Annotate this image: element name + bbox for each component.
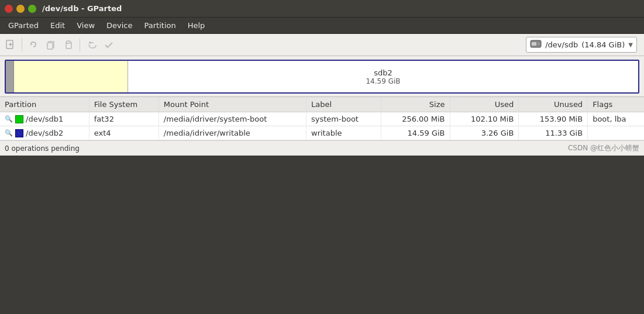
partition-table: Partition File System Mount Point Label … bbox=[0, 97, 644, 140]
cell-flags-sdb1: boot, lba bbox=[588, 112, 644, 126]
cell-unused-sdb1: 153.90 MiB bbox=[519, 112, 588, 126]
chevron-down-icon: ▼ bbox=[628, 42, 633, 48]
svg-rect-6 bbox=[67, 41, 70, 43]
table-body: 🔍 /dev/sdb1 fat32 /media/idriver/system-… bbox=[0, 112, 644, 140]
col-unused: Unused bbox=[519, 97, 588, 112]
copy-button[interactable] bbox=[43, 37, 59, 53]
close-button[interactable] bbox=[5, 5, 13, 13]
menu-view[interactable]: View bbox=[71, 19, 101, 32]
undo-action-button[interactable] bbox=[83, 37, 99, 53]
apply-icon bbox=[104, 40, 114, 50]
fs-color-sdb2 bbox=[15, 129, 23, 137]
cell-unused-sdb2: 11.33 GiB bbox=[519, 126, 588, 140]
watermark: CSDN @红色小小螃蟹 bbox=[568, 143, 639, 153]
device-size: (14.84 GiB) bbox=[581, 40, 625, 49]
disk-visual: sdb2 14.59 GiB bbox=[0, 56, 644, 97]
svg-rect-4 bbox=[47, 43, 53, 49]
col-size: Size bbox=[381, 97, 450, 112]
table-row[interactable]: 🔍 /dev/sdb1 fat32 /media/idriver/system-… bbox=[0, 112, 644, 126]
partition-table-container: Partition File System Mount Point Label … bbox=[0, 97, 644, 140]
cell-used-sdb2: 3.26 GiB bbox=[450, 126, 519, 140]
svg-rect-8 bbox=[532, 42, 536, 46]
cell-label-sdb2: writable bbox=[306, 126, 381, 140]
col-mountpoint: Mount Point bbox=[159, 97, 306, 112]
toolbar: /dev/sdb (14.84 GiB) ▼ bbox=[0, 34, 644, 56]
toolbar-right: /dev/sdb (14.84 GiB) ▼ bbox=[526, 37, 642, 53]
cell-flags-sdb2 bbox=[588, 126, 644, 140]
minimize-button[interactable] bbox=[16, 5, 25, 13]
menu-help[interactable]: Help bbox=[182, 19, 211, 32]
device-label: /dev/sdb bbox=[545, 40, 578, 49]
paste-icon bbox=[63, 40, 74, 50]
cell-size-sdb1: 256.00 MiB bbox=[381, 112, 450, 126]
cell-used-sdb1: 102.10 MiB bbox=[450, 112, 519, 126]
undo-icon bbox=[28, 40, 39, 50]
menu-bar: GParted Edit View Device Partition Help bbox=[0, 18, 644, 34]
table-row[interactable]: 🔍 /dev/sdb2 ext4 /media/idriver/writable… bbox=[0, 126, 644, 140]
cell-mount-sdb2: /media/idriver/writable bbox=[159, 126, 306, 140]
cell-size-sdb2: 14.59 GiB bbox=[381, 126, 450, 140]
undo-button[interactable] bbox=[25, 37, 42, 53]
col-partition: Partition bbox=[0, 97, 89, 112]
search-icon-sdb2: 🔍 bbox=[5, 129, 13, 137]
copy-icon bbox=[46, 40, 56, 50]
apply-button[interactable] bbox=[101, 37, 117, 53]
svg-point-9 bbox=[538, 43, 540, 45]
disk-sdb2-label: sdb2 bbox=[374, 68, 392, 77]
paste-button[interactable] bbox=[60, 37, 77, 53]
new-icon bbox=[5, 40, 16, 50]
menu-gparted[interactable]: GParted bbox=[2, 19, 44, 32]
disk-bar: sdb2 14.59 GiB bbox=[5, 60, 639, 94]
cell-partition-sdb1: 🔍 /dev/sdb1 bbox=[0, 112, 89, 126]
toolbar-sep-2 bbox=[80, 39, 80, 51]
cell-fs-sdb1: fat32 bbox=[89, 112, 159, 126]
window-title: /dev/sdb - GParted bbox=[42, 4, 122, 13]
device-icon bbox=[530, 39, 542, 50]
device-selector[interactable]: /dev/sdb (14.84 GiB) ▼ bbox=[526, 37, 637, 53]
window-controls bbox=[5, 5, 36, 13]
operations-pending: 0 operations pending bbox=[5, 144, 80, 153]
col-label: Label bbox=[306, 97, 381, 112]
disk-partition-sdb2[interactable]: sdb2 14.59 GiB bbox=[128, 61, 638, 92]
new-button[interactable] bbox=[2, 37, 19, 53]
cell-mount-sdb1: /media/idriver/system-boot bbox=[159, 112, 306, 126]
undo-action-icon bbox=[86, 40, 97, 50]
col-filesystem: File System bbox=[89, 97, 159, 112]
fs-color-sdb1 bbox=[15, 115, 23, 123]
partition-name-sdb1: /dev/sdb1 bbox=[26, 115, 63, 123]
menu-edit[interactable]: Edit bbox=[44, 19, 71, 32]
partition-name-sdb2: /dev/sdb2 bbox=[26, 129, 63, 137]
table-header: Partition File System Mount Point Label … bbox=[0, 97, 644, 112]
disk-partition-sdb1[interactable] bbox=[14, 61, 128, 92]
disk-icon bbox=[530, 39, 542, 49]
menu-partition[interactable]: Partition bbox=[139, 19, 182, 32]
col-used: Used bbox=[450, 97, 519, 112]
cell-fs-sdb2: ext4 bbox=[89, 126, 159, 140]
disk-unallocated[interactable] bbox=[6, 61, 14, 92]
cell-partition-sdb2: 🔍 /dev/sdb2 bbox=[0, 126, 89, 140]
disk-sdb2-size: 14.59 GiB bbox=[366, 77, 400, 85]
menu-device[interactable]: Device bbox=[101, 19, 138, 32]
col-flags: Flags bbox=[588, 97, 644, 112]
toolbar-sep-1 bbox=[22, 39, 22, 51]
cell-label-sdb1: system-boot bbox=[306, 112, 381, 126]
search-icon-sdb1: 🔍 bbox=[5, 115, 13, 123]
title-bar: /dev/sdb - GParted bbox=[0, 0, 644, 18]
status-bar: 0 operations pending CSDN @红色小小螃蟹 bbox=[0, 140, 644, 156]
maximize-button[interactable] bbox=[28, 5, 36, 13]
